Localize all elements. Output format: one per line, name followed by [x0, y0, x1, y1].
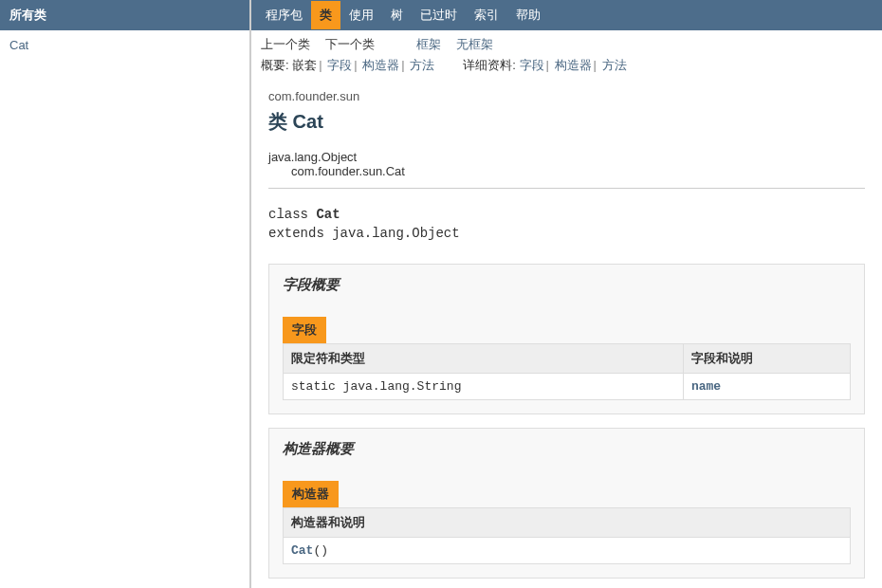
- sidebar-item-cat[interactable]: Cat: [9, 38, 28, 52]
- field-tab: 字段: [283, 317, 326, 343]
- sidebar-header: 所有类: [0, 0, 249, 30]
- nav-package[interactable]: 程序包: [257, 1, 311, 29]
- constructor-summary-section: 构造器概要 构造器 构造器和说明 Cat(): [268, 428, 865, 579]
- field-col-modifier: 限定符和类型: [284, 344, 684, 374]
- nav-help[interactable]: 帮助: [507, 1, 549, 29]
- inheritance-child: com.founder.sun.Cat: [291, 164, 865, 178]
- decl-keyword: class: [268, 207, 316, 222]
- field-col-desc: 字段和说明: [683, 344, 850, 374]
- inheritance-tree: java.lang.Object com.founder.sun.Cat: [268, 150, 865, 178]
- detail-label: 详细资料:: [463, 58, 516, 72]
- constructor-summary-heading: 构造器概要: [283, 440, 851, 458]
- detail-group: 详细资料: 字段| 构造器| 方法: [463, 57, 626, 74]
- summary-field[interactable]: 字段: [327, 58, 352, 72]
- nav-deprecated[interactable]: 已过时: [412, 1, 466, 29]
- class-declaration: class Cat extends java.lang.Object: [268, 206, 865, 243]
- sidebar-body: Cat: [0, 30, 249, 60]
- title-name: Cat: [293, 111, 323, 132]
- title-prefix: 类: [268, 111, 293, 132]
- nav-index[interactable]: 索引: [466, 1, 507, 29]
- noframes-link[interactable]: 无框架: [456, 37, 493, 51]
- summary-constr[interactable]: 构造器: [362, 58, 399, 72]
- table-row: Cat(): [284, 538, 851, 564]
- decl-extends: extends java.lang.Object: [268, 226, 460, 241]
- field-modifier: static java.lang.String: [284, 374, 684, 400]
- constructor-table: 构造器和说明 Cat(): [283, 507, 851, 564]
- summary-nested: 嵌套: [292, 58, 317, 72]
- field-summary-heading: 字段概要: [283, 276, 851, 294]
- content: com.founder.sun 类 Cat java.lang.Object c…: [251, 82, 882, 588]
- summary-group: 概要: 嵌套| 字段| 构造器| 方法: [261, 57, 434, 74]
- constructor-link[interactable]: Cat: [291, 543, 313, 558]
- package-name: com.founder.sun: [268, 89, 865, 103]
- field-name-link[interactable]: name: [691, 379, 721, 394]
- inheritance-root: java.lang.Object: [268, 150, 865, 164]
- constructor-col-desc: 构造器和说明: [284, 508, 851, 538]
- main: 程序包 类 使用 树 已过时 索引 帮助 上一个类 下一个类 框架 无框架 概要…: [251, 0, 882, 588]
- decl-name: Cat: [316, 207, 340, 222]
- detail-field[interactable]: 字段: [520, 58, 544, 72]
- sidebar: 所有类 Cat: [0, 0, 251, 588]
- summary-method[interactable]: 方法: [410, 58, 434, 72]
- summary-label: 概要:: [261, 58, 289, 72]
- sub-nav-2: 概要: 嵌套| 字段| 构造器| 方法 详细资料: 字段| 构造器| 方法: [251, 55, 882, 82]
- field-table: 限定符和类型 字段和说明 static java.lang.String nam…: [283, 343, 851, 400]
- detail-method[interactable]: 方法: [602, 58, 627, 72]
- frames-link[interactable]: 框架: [416, 37, 441, 51]
- nav-tree[interactable]: 树: [382, 1, 412, 29]
- prev-class: 上一个类: [261, 36, 310, 53]
- top-nav: 程序包 类 使用 树 已过时 索引 帮助: [251, 0, 882, 30]
- constructor-tab: 构造器: [283, 481, 339, 507]
- divider: [268, 188, 865, 189]
- field-summary-section: 字段概要 字段 限定符和类型 字段和说明 static java.lang.St…: [268, 264, 865, 414]
- constructor-paren: (): [313, 543, 328, 558]
- sub-nav: 上一个类 下一个类 框架 无框架: [251, 30, 882, 55]
- next-class: 下一个类: [325, 36, 375, 53]
- class-title: 类 Cat: [268, 109, 865, 135]
- nav-class[interactable]: 类: [311, 1, 340, 29]
- nav-use[interactable]: 使用: [340, 1, 382, 29]
- detail-constr[interactable]: 构造器: [555, 58, 592, 72]
- table-row: static java.lang.String name: [284, 374, 851, 400]
